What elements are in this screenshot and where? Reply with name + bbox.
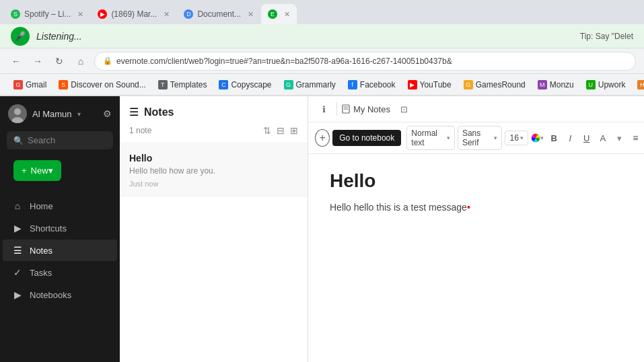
red-dot: • (467, 202, 470, 213)
new-label: New (31, 166, 48, 176)
plus-icon: + (22, 166, 27, 176)
tab-evernote[interactable]: E ✕ (261, 4, 297, 24)
bookmark-youtube[interactable]: ▶ YouTube (402, 77, 457, 92)
notes-meta: 1 note ⇅ ⊟ ⊞ (129, 125, 298, 136)
bookmark-upwork-label: Upwork (598, 80, 626, 89)
bookmark-soundcloud[interactable]: S Discover on Sound... (53, 77, 151, 92)
bookmark-gmail-label: Gmail (26, 80, 46, 89)
forward-button[interactable]: → (30, 53, 46, 69)
notes-actions: ⇅ ⊟ ⊞ (263, 125, 298, 136)
harun-icon: H (637, 80, 644, 89)
editor-content[interactable]: Hello Hello hello this is a test message… (308, 154, 644, 362)
view-icon[interactable]: ⊞ (290, 125, 298, 136)
sidebar-header: Al Mamun ▾ ⚙ (0, 96, 120, 129)
tasks-icon: ✓ (12, 267, 23, 278)
reload-button[interactable]: ↻ (51, 53, 67, 69)
listening-text: Listening... (36, 31, 82, 42)
username: Al Mamun (32, 109, 72, 119)
bold-button[interactable]: B (547, 130, 561, 146)
bookmark-monzu[interactable]: M Monzu (532, 77, 579, 92)
tab-spotify[interactable]: S Spotify – Li... ✕ (4, 4, 90, 24)
tab-youtube-close[interactable]: ✕ (164, 10, 170, 19)
notebooks-icon: ▶ (12, 289, 23, 300)
note-item-time: Just now (129, 180, 298, 188)
gmail-icon: G (13, 80, 23, 89)
italic-button[interactable]: I (563, 130, 577, 146)
listening-left: 🎤 Listening... (11, 27, 82, 46)
bookmark-grammarly[interactable]: G Grammarly (279, 77, 341, 92)
sort-icon[interactable]: ⇅ (263, 125, 271, 136)
settings-icon[interactable]: ⚙ (103, 108, 112, 119)
sidebar-item-shortcuts[interactable]: ▶ Shortcuts (3, 217, 117, 239)
url-bar[interactable]: 🔒 evernote.com/client/web?login=true#?an… (94, 52, 636, 71)
facebook-icon: f (348, 80, 357, 89)
search-icon: 🔍 (13, 136, 24, 145)
go-to-notebook-button[interactable]: Go to notebook (332, 130, 401, 146)
bookmark-templates[interactable]: T Templates (153, 77, 213, 92)
note-item-title: Hello (129, 153, 298, 164)
tab-youtube-title: (1869) Mar... (111, 9, 157, 19)
shortcuts-icon: ▶ (12, 223, 23, 233)
back-button[interactable]: ← (8, 53, 24, 69)
new-button[interactable]: + New ▾ (13, 160, 61, 181)
tab-spotify-close[interactable]: ✕ (77, 10, 83, 19)
font-color-button[interactable]: A (596, 130, 610, 146)
font-family-select[interactable]: Sans Serif ▾ (458, 126, 503, 150)
bookmark-facebook[interactable]: f Facebook (343, 77, 401, 92)
color-arrow: ▾ (540, 135, 544, 141)
underline-button[interactable]: U (580, 130, 594, 146)
bookmark-youtube-label: YouTube (420, 80, 452, 89)
tab-doc-close[interactable]: ✕ (248, 10, 254, 19)
text-highlight-button[interactable]: ▾ (612, 130, 626, 146)
share-button[interactable]: ⊡ (396, 100, 413, 118)
spotify-favicon: S (11, 9, 20, 19)
bookmark-facebook-label: Facebook (360, 80, 396, 89)
editor-panel: ℹ My Notes ⊡ + Go to notebook Normal tex… (308, 96, 644, 362)
bookmark-harun[interactable]: H Harun (632, 77, 644, 92)
shortcuts-label: Shortcuts (30, 223, 67, 233)
sidebar-item-home[interactable]: ⌂ Home (3, 195, 117, 217)
sidebar: Al Mamun ▾ ⚙ 🔍 Search + New ▾ ⌂ (0, 96, 120, 362)
mic-button[interactable]: 🎤 (11, 27, 30, 46)
color-picker-button[interactable]: ▾ (531, 130, 544, 146)
home-icon: ⌂ (12, 201, 23, 211)
note-list-item[interactable]: Hello Hello hello how are you. Just now (120, 143, 308, 196)
gamesround-icon: G (464, 80, 473, 89)
bookmark-copyscape[interactable]: C Copyscape (213, 77, 277, 92)
color-circle (531, 133, 540, 143)
sidebar-item-notes[interactable]: ☰ Notes (3, 240, 117, 261)
tab-evernote-close[interactable]: ✕ (284, 10, 290, 19)
browser-chrome: S Spotify – Li... ✕ ▶ (1869) Mar... ✕ D … (0, 0, 644, 96)
tab-doc[interactable]: D Document... ✕ (177, 4, 260, 24)
font-size-select[interactable]: 16 ▾ (505, 131, 528, 145)
filter-icon[interactable]: ⊟ (277, 125, 285, 136)
upwork-icon: U (586, 80, 596, 89)
address-bar: ← → ↻ ⌂ 🔒 evernote.com/client/web?login=… (0, 48, 644, 74)
new-button-wrapper: + New ▾ (7, 157, 113, 188)
search-bar[interactable]: 🔍 Search (7, 131, 113, 149)
add-content-button[interactable]: + (315, 129, 330, 147)
font-family-label: Sans Serif (462, 129, 493, 147)
tab-doc-title: Document... (197, 9, 241, 19)
tab-youtube[interactable]: ▶ (1869) Mar... ✕ (91, 4, 176, 24)
bookmark-upwork[interactable]: U Upwork (581, 77, 631, 92)
bookmark-gmail[interactable]: G Gmail (8, 77, 52, 92)
note-count: 1 note (129, 126, 151, 135)
normal-text-select[interactable]: Normal text ▾ (406, 126, 455, 150)
toolbar-divider-1 (336, 102, 337, 116)
user-chevron-icon: ▾ (77, 110, 81, 118)
tab-spotify-title: Spotify – Li... (24, 9, 71, 19)
notebook-name[interactable]: My Notes (341, 104, 390, 114)
sidebar-item-tasks[interactable]: ✓ Tasks (3, 262, 117, 283)
info-button[interactable]: ℹ (315, 100, 332, 118)
user-info[interactable]: Al Mamun ▾ (8, 104, 81, 123)
home-button[interactable]: ⌂ (73, 53, 89, 69)
tip-text: Tip: Say "Delet (580, 32, 633, 41)
sidebar-item-notebooks[interactable]: ▶ Notebooks (3, 284, 117, 305)
note-body[interactable]: Hello hello this is a test message• (330, 200, 627, 215)
list-button[interactable]: ≡ (629, 130, 642, 146)
normal-text-arrow: ▾ (447, 135, 450, 141)
note-title[interactable]: Hello (330, 170, 627, 192)
notebook-icon (341, 104, 351, 114)
bookmark-gamesround[interactable]: G GamesRound (458, 77, 531, 92)
